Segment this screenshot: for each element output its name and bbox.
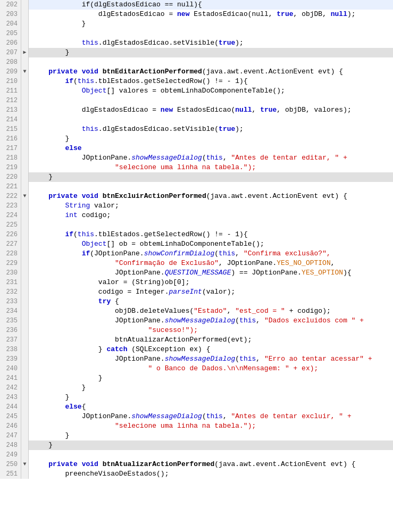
line-233: 233 try { [0, 297, 393, 306]
code-token: this [82, 39, 98, 47]
line-244: 244 else{ [0, 402, 393, 412]
code-token: ( [73, 77, 78, 85]
line-content: } [29, 383, 393, 393]
fold-gutter-empty [21, 306, 29, 316]
fold-gutter-empty [21, 259, 29, 268]
code-token: showMessageDialog [131, 412, 202, 420]
line-content: codigo = Integer.parseInt(valor); [29, 287, 393, 297]
code-token: int [65, 211, 81, 219]
code-token: "selecione uma linha na tabela."); [115, 422, 256, 430]
fold-gutter-empty [21, 412, 29, 421]
fold-toggle[interactable]: ▶ [21, 48, 29, 57]
code-token: } [32, 393, 69, 401]
code-token: QUESTION_MESSAGE [165, 269, 231, 277]
code-token [32, 345, 98, 353]
fold-gutter-empty [21, 38, 29, 48]
code-token: } [32, 20, 86, 28]
code-token: , objDB, [294, 10, 331, 18]
fold-gutter-empty [21, 421, 29, 431]
code-token [32, 144, 65, 152]
code-token: "est_cod = " [235, 307, 289, 315]
line-content: " o Banco de Dados.\n\nMensagem: " + ex)… [29, 364, 393, 373]
code-token: btnExcluirActionPerformed [103, 192, 206, 200]
line-240: 240 " o Banco de Dados.\n\nMensagem: " +… [0, 364, 393, 373]
line-content [29, 450, 393, 460]
code-token: "Estado" [194, 307, 227, 315]
line-content: } [29, 134, 393, 144]
line-content: dlgEstadosEdicao = new EstadosEdicao(nul… [29, 10, 393, 19]
line-209: 209▼ private void btnEditarActionPerform… [0, 67, 393, 77]
code-token: (java.awt.event.ActionEvent evt) { [206, 192, 347, 200]
line-number: 234 [0, 306, 21, 316]
line-number: 218 [0, 153, 21, 163]
fold-gutter-empty [21, 105, 29, 115]
line-content: this.dlgEstadosEdicao.setVisible(true); [29, 38, 393, 48]
line-247: 247 } [0, 431, 393, 440]
line-content: JOptionPane.QUESTION_MESSAGE) == JOption… [29, 268, 393, 278]
line-number: 232 [0, 287, 21, 297]
code-token [32, 192, 48, 200]
fold-gutter-empty [21, 402, 29, 412]
line-content: JOptionPane.showMessageDialog(this, "Ant… [29, 153, 393, 163]
code-token [32, 307, 115, 315]
code-token: .tblEstados.getSelectedRow() != - 1){ [94, 230, 248, 238]
line-content: valor = (String)ob[0]; [29, 278, 393, 287]
code-token: "Confirmação de Exclusão" [115, 259, 219, 267]
code-token: "Antes de tentar editar, " + [231, 154, 347, 162]
code-token [32, 326, 148, 334]
code-token [32, 355, 115, 363]
fold-gutter-empty [21, 383, 29, 393]
line-215: 215 this.dlgEstadosEdicao.setVisible(tru… [0, 124, 393, 134]
line-content: else{ [29, 402, 393, 412]
line-251: 251 preencheVisaoDeEstados(); [0, 469, 393, 479]
line-245: 245 JOptionPane.showMessageDialog(this, … [0, 412, 393, 421]
line-211: 211 Object[] valores = obtemLinhaDoCompo… [0, 86, 393, 96]
line-216: 216 } [0, 134, 393, 144]
line-204: 204 } [0, 19, 393, 29]
fold-gutter-empty [21, 239, 29, 249]
fold-gutter-empty [21, 124, 29, 134]
code-token: "Erro ao tentar acessar" + [264, 355, 372, 363]
code-token: { [82, 403, 86, 411]
line-230: 230 JOptionPane.QUESTION_MESSAGE) == JOp… [0, 268, 393, 278]
line-number: 233 [0, 297, 21, 306]
code-token: , objDB, valores); [277, 106, 351, 114]
line-content: "Confirmação de Exclusão", JOptionPane.Y… [29, 259, 393, 268]
code-token: this [239, 317, 256, 325]
line-content: private void btnAtualizarActionPerformed… [29, 460, 393, 469]
fold-toggle[interactable]: ▼ [21, 67, 29, 77]
code-token: JOptionPane. [115, 269, 165, 277]
code-token: else [65, 144, 81, 152]
code-token: btnEditarActionPerformed [103, 68, 202, 76]
code-token: if [65, 230, 73, 238]
code-token: preencheVisaoDeEstados(); [32, 470, 169, 478]
line-number: 251 [0, 469, 21, 479]
line-content: btnAtualizarActionPerformed(evt); [29, 335, 393, 345]
fold-toggle[interactable]: ▼ [21, 192, 29, 201]
line-202: 202 if(dlgEstadosEdicao == null){ [0, 0, 393, 10]
code-token: true [219, 125, 235, 133]
line-number: 217 [0, 144, 21, 153]
code-token: } [32, 48, 69, 56]
code-token: void [82, 460, 103, 468]
fold-gutter-empty [21, 29, 29, 38]
line-219: 219 "selecione uma linha na tabela."); [0, 163, 393, 172]
code-token: btnAtualizarActionPerformed [103, 460, 215, 468]
fold-gutter-empty [21, 134, 29, 144]
line-content: int codigo; [29, 211, 393, 220]
line-242: 242 } [0, 383, 393, 393]
line-content: } [29, 172, 393, 182]
fold-gutter-empty [21, 144, 29, 153]
line-content: objDB.deleteValues("Estado", "est_cod = … [29, 306, 393, 316]
code-token: } [32, 384, 86, 392]
line-213: 213 dlgEstadosEdicao = new EstadosEdicao… [0, 105, 393, 115]
line-number: 215 [0, 124, 21, 134]
code-token: null [331, 10, 347, 18]
line-content: } [29, 48, 393, 57]
line-number: 238 [0, 345, 21, 354]
code-token: ) == JOptionPane. [231, 269, 302, 277]
fold-toggle[interactable]: ▼ [21, 460, 29, 469]
line-203: 203 dlgEstadosEdicao = new EstadosEdicao… [0, 10, 393, 19]
code-token: ){ [343, 269, 352, 277]
code-token: (SQLException ex) { [127, 345, 210, 353]
